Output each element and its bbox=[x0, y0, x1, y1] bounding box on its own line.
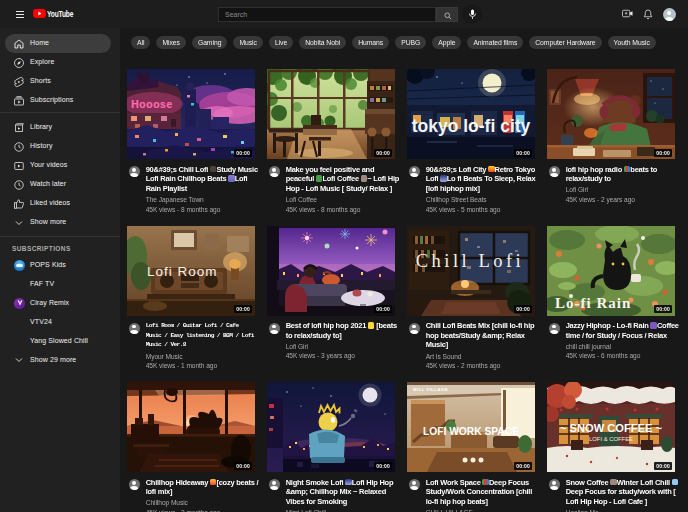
svg-text:~ SNOW COFFEE ~: ~ SNOW COFFEE ~ bbox=[560, 423, 662, 434]
svg-text:Lofi Room: Lofi Room bbox=[147, 264, 218, 279]
svg-text:LOFI WORK SPACE: LOFI WORK SPACE bbox=[423, 425, 519, 437]
svg-text:Chill Lofi: Chill Lofi bbox=[416, 251, 525, 271]
svg-text:MILL VILLAGE: MILL VILLAGE bbox=[413, 387, 448, 392]
svg-text:LOFI & COFFEE: LOFI & COFFEE bbox=[589, 437, 633, 442]
svg-text:Lo-fi Rain: Lo-fi Rain bbox=[555, 295, 631, 311]
svg-text:tokyo lo-fi city: tokyo lo-fi city bbox=[412, 116, 531, 136]
